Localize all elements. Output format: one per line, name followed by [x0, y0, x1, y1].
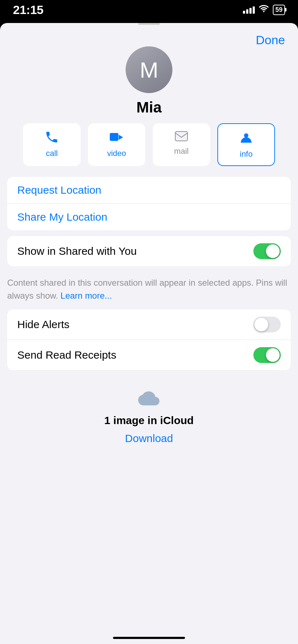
mail-button[interactable]: mail [153, 123, 210, 166]
mail-icon [175, 131, 188, 144]
request-location-item[interactable]: Request Location [7, 177, 291, 204]
download-button[interactable]: Download [125, 432, 173, 445]
send-read-receipts-item: Send Read Receipts [7, 340, 291, 370]
action-buttons-row: call video mail [0, 123, 298, 177]
show-in-shared-item: Show in Shared with You [7, 236, 291, 266]
hide-alerts-toggle[interactable] [253, 317, 281, 332]
share-location-label: Share My Location [17, 211, 107, 223]
shared-with-you-description: Content shared in this conversation will… [0, 272, 298, 309]
signal-bar-4 [253, 6, 255, 14]
signal-bar-2 [246, 9, 248, 14]
contact-name: Mia [136, 99, 162, 116]
signal-bar-1 [243, 11, 245, 14]
done-button[interactable]: Done [256, 33, 285, 47]
contact-sheet: Done M Mia call video [0, 23, 298, 644]
hide-alerts-label: Hide Alerts [17, 318, 69, 331]
video-label: video [107, 149, 126, 158]
alerts-card: Hide Alerts Send Read Receipts [7, 309, 291, 370]
signal-bar-3 [249, 8, 252, 14]
avatar-letter: M [140, 57, 158, 83]
icloud-icon [138, 390, 160, 410]
signal-bars-icon [243, 6, 255, 14]
avatar: M [126, 46, 172, 93]
mail-label: mail [174, 147, 189, 156]
toggle-knob [266, 244, 280, 258]
location-card: Request Location Share My Location [7, 177, 291, 230]
send-read-receipts-label: Send Read Receipts [17, 349, 116, 361]
svg-rect-0 [110, 133, 118, 141]
request-location-label: Request Location [17, 184, 101, 196]
shared-with-you-card: Show in Shared with You [7, 236, 291, 266]
icloud-section: 1 image in iCloud Download [0, 376, 298, 452]
svg-marker-1 [119, 135, 123, 140]
avatar-section: M Mia [0, 25, 298, 123]
phone-icon [46, 131, 58, 146]
send-read-receipts-knob [266, 348, 280, 362]
svg-rect-2 [175, 132, 188, 141]
status-time: 21:15 [13, 3, 43, 17]
video-icon [110, 131, 123, 146]
hide-alerts-knob [254, 318, 268, 331]
status-icons: 59 [243, 5, 285, 15]
info-label: info [240, 150, 252, 159]
info-button[interactable]: info [217, 123, 275, 166]
icloud-text: 1 image in iCloud [104, 414, 194, 427]
call-label: call [46, 149, 58, 158]
status-bar: 21:15 59 [0, 0, 298, 19]
svg-point-3 [244, 133, 248, 138]
video-button[interactable]: video [88, 123, 145, 166]
battery-icon: 59 [273, 5, 285, 15]
home-indicator [113, 637, 185, 639]
hide-alerts-item: Hide Alerts [7, 309, 291, 340]
learn-more-link[interactable]: Learn more... [60, 291, 112, 300]
show-in-shared-toggle[interactable] [253, 243, 281, 259]
send-read-receipts-toggle[interactable] [253, 347, 281, 363]
info-person-icon [240, 132, 252, 147]
show-in-shared-label: Show in Shared with You [17, 245, 137, 257]
share-location-item[interactable]: Share My Location [7, 204, 291, 230]
wifi-icon [259, 5, 268, 14]
battery-level: 59 [275, 6, 283, 14]
call-button[interactable]: call [23, 123, 81, 166]
